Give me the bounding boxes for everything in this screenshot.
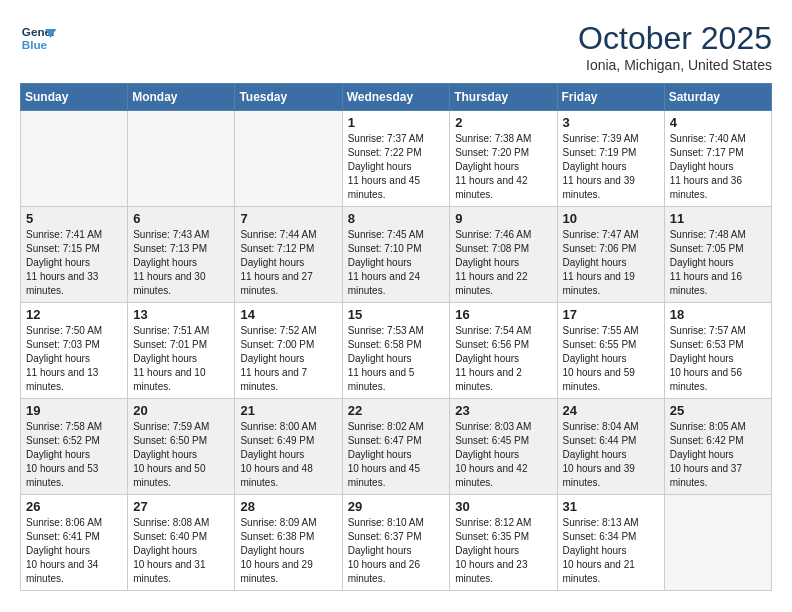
calendar-cell: 28Sunrise: 8:09 AMSunset: 6:38 PMDayligh…	[235, 495, 342, 591]
day-number: 13	[133, 307, 229, 322]
day-number: 4	[670, 115, 766, 130]
day-info: Sunrise: 8:09 AMSunset: 6:38 PMDaylight …	[240, 516, 336, 586]
calendar-cell: 24Sunrise: 8:04 AMSunset: 6:44 PMDayligh…	[557, 399, 664, 495]
calendar-cell: 5Sunrise: 7:41 AMSunset: 7:15 PMDaylight…	[21, 207, 128, 303]
calendar-cell	[128, 111, 235, 207]
calendar-cell: 18Sunrise: 7:57 AMSunset: 6:53 PMDayligh…	[664, 303, 771, 399]
calendar-week-4: 19Sunrise: 7:58 AMSunset: 6:52 PMDayligh…	[21, 399, 772, 495]
day-info: Sunrise: 7:53 AMSunset: 6:58 PMDaylight …	[348, 324, 445, 394]
logo: General Blue	[20, 20, 56, 56]
calendar-cell: 6Sunrise: 7:43 AMSunset: 7:13 PMDaylight…	[128, 207, 235, 303]
day-info: Sunrise: 8:06 AMSunset: 6:41 PMDaylight …	[26, 516, 122, 586]
logo-icon: General Blue	[20, 20, 56, 56]
location: Ionia, Michigan, United States	[578, 57, 772, 73]
day-info: Sunrise: 7:40 AMSunset: 7:17 PMDaylight …	[670, 132, 766, 202]
calendar-cell: 3Sunrise: 7:39 AMSunset: 7:19 PMDaylight…	[557, 111, 664, 207]
month-title: October 2025	[578, 20, 772, 57]
day-info: Sunrise: 7:50 AMSunset: 7:03 PMDaylight …	[26, 324, 122, 394]
calendar-cell: 2Sunrise: 7:38 AMSunset: 7:20 PMDaylight…	[450, 111, 557, 207]
day-number: 18	[670, 307, 766, 322]
calendar-cell: 7Sunrise: 7:44 AMSunset: 7:12 PMDaylight…	[235, 207, 342, 303]
day-info: Sunrise: 8:10 AMSunset: 6:37 PMDaylight …	[348, 516, 445, 586]
weekday-header-monday: Monday	[128, 84, 235, 111]
day-info: Sunrise: 8:12 AMSunset: 6:35 PMDaylight …	[455, 516, 551, 586]
day-info: Sunrise: 7:44 AMSunset: 7:12 PMDaylight …	[240, 228, 336, 298]
day-info: Sunrise: 7:43 AMSunset: 7:13 PMDaylight …	[133, 228, 229, 298]
day-info: Sunrise: 7:45 AMSunset: 7:10 PMDaylight …	[348, 228, 445, 298]
day-number: 21	[240, 403, 336, 418]
day-number: 15	[348, 307, 445, 322]
svg-text:Blue: Blue	[22, 38, 48, 51]
day-info: Sunrise: 7:46 AMSunset: 7:08 PMDaylight …	[455, 228, 551, 298]
day-number: 17	[563, 307, 659, 322]
day-number: 6	[133, 211, 229, 226]
day-number: 1	[348, 115, 445, 130]
day-number: 27	[133, 499, 229, 514]
day-info: Sunrise: 7:57 AMSunset: 6:53 PMDaylight …	[670, 324, 766, 394]
calendar-cell: 27Sunrise: 8:08 AMSunset: 6:40 PMDayligh…	[128, 495, 235, 591]
calendar-cell: 1Sunrise: 7:37 AMSunset: 7:22 PMDaylight…	[342, 111, 450, 207]
weekday-header-thursday: Thursday	[450, 84, 557, 111]
calendar-cell: 21Sunrise: 8:00 AMSunset: 6:49 PMDayligh…	[235, 399, 342, 495]
weekday-header-sunday: Sunday	[21, 84, 128, 111]
calendar-cell: 14Sunrise: 7:52 AMSunset: 7:00 PMDayligh…	[235, 303, 342, 399]
day-info: Sunrise: 7:39 AMSunset: 7:19 PMDaylight …	[563, 132, 659, 202]
title-block: October 2025 Ionia, Michigan, United Sta…	[578, 20, 772, 73]
calendar-cell: 16Sunrise: 7:54 AMSunset: 6:56 PMDayligh…	[450, 303, 557, 399]
day-number: 24	[563, 403, 659, 418]
day-info: Sunrise: 7:59 AMSunset: 6:50 PMDaylight …	[133, 420, 229, 490]
calendar-cell: 15Sunrise: 7:53 AMSunset: 6:58 PMDayligh…	[342, 303, 450, 399]
calendar-week-5: 26Sunrise: 8:06 AMSunset: 6:41 PMDayligh…	[21, 495, 772, 591]
day-number: 16	[455, 307, 551, 322]
calendar-cell: 11Sunrise: 7:48 AMSunset: 7:05 PMDayligh…	[664, 207, 771, 303]
day-number: 12	[26, 307, 122, 322]
day-info: Sunrise: 7:52 AMSunset: 7:00 PMDaylight …	[240, 324, 336, 394]
calendar-cell: 13Sunrise: 7:51 AMSunset: 7:01 PMDayligh…	[128, 303, 235, 399]
calendar-week-1: 1Sunrise: 7:37 AMSunset: 7:22 PMDaylight…	[21, 111, 772, 207]
calendar-cell: 31Sunrise: 8:13 AMSunset: 6:34 PMDayligh…	[557, 495, 664, 591]
day-info: Sunrise: 7:54 AMSunset: 6:56 PMDaylight …	[455, 324, 551, 394]
day-info: Sunrise: 7:48 AMSunset: 7:05 PMDaylight …	[670, 228, 766, 298]
day-info: Sunrise: 8:08 AMSunset: 6:40 PMDaylight …	[133, 516, 229, 586]
calendar-cell	[21, 111, 128, 207]
day-info: Sunrise: 7:41 AMSunset: 7:15 PMDaylight …	[26, 228, 122, 298]
calendar-cell	[235, 111, 342, 207]
calendar-cell: 25Sunrise: 8:05 AMSunset: 6:42 PMDayligh…	[664, 399, 771, 495]
day-number: 23	[455, 403, 551, 418]
day-info: Sunrise: 8:02 AMSunset: 6:47 PMDaylight …	[348, 420, 445, 490]
day-number: 5	[26, 211, 122, 226]
day-number: 28	[240, 499, 336, 514]
calendar-table: SundayMondayTuesdayWednesdayThursdayFrid…	[20, 83, 772, 591]
day-number: 22	[348, 403, 445, 418]
day-number: 19	[26, 403, 122, 418]
calendar-cell: 22Sunrise: 8:02 AMSunset: 6:47 PMDayligh…	[342, 399, 450, 495]
day-number: 25	[670, 403, 766, 418]
day-info: Sunrise: 7:58 AMSunset: 6:52 PMDaylight …	[26, 420, 122, 490]
day-number: 31	[563, 499, 659, 514]
calendar-cell: 8Sunrise: 7:45 AMSunset: 7:10 PMDaylight…	[342, 207, 450, 303]
calendar-cell: 29Sunrise: 8:10 AMSunset: 6:37 PMDayligh…	[342, 495, 450, 591]
day-info: Sunrise: 7:47 AMSunset: 7:06 PMDaylight …	[563, 228, 659, 298]
weekday-header-wednesday: Wednesday	[342, 84, 450, 111]
page-header: General Blue October 2025 Ionia, Michiga…	[20, 20, 772, 73]
day-number: 14	[240, 307, 336, 322]
day-number: 10	[563, 211, 659, 226]
calendar-cell: 10Sunrise: 7:47 AMSunset: 7:06 PMDayligh…	[557, 207, 664, 303]
calendar-cell: 30Sunrise: 8:12 AMSunset: 6:35 PMDayligh…	[450, 495, 557, 591]
day-number: 11	[670, 211, 766, 226]
calendar-cell: 26Sunrise: 8:06 AMSunset: 6:41 PMDayligh…	[21, 495, 128, 591]
day-number: 9	[455, 211, 551, 226]
day-info: Sunrise: 8:13 AMSunset: 6:34 PMDaylight …	[563, 516, 659, 586]
day-number: 29	[348, 499, 445, 514]
day-number: 26	[26, 499, 122, 514]
day-info: Sunrise: 7:55 AMSunset: 6:55 PMDaylight …	[563, 324, 659, 394]
day-number: 7	[240, 211, 336, 226]
day-info: Sunrise: 7:37 AMSunset: 7:22 PMDaylight …	[348, 132, 445, 202]
day-info: Sunrise: 8:04 AMSunset: 6:44 PMDaylight …	[563, 420, 659, 490]
calendar-cell: 12Sunrise: 7:50 AMSunset: 7:03 PMDayligh…	[21, 303, 128, 399]
calendar-cell	[664, 495, 771, 591]
calendar-cell: 20Sunrise: 7:59 AMSunset: 6:50 PMDayligh…	[128, 399, 235, 495]
calendar-cell: 9Sunrise: 7:46 AMSunset: 7:08 PMDaylight…	[450, 207, 557, 303]
weekday-header-tuesday: Tuesday	[235, 84, 342, 111]
calendar-week-2: 5Sunrise: 7:41 AMSunset: 7:15 PMDaylight…	[21, 207, 772, 303]
